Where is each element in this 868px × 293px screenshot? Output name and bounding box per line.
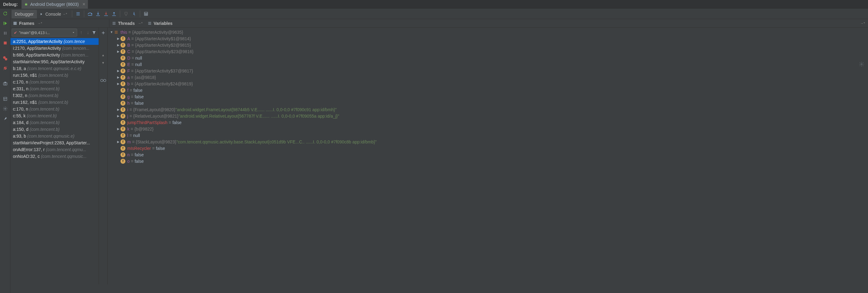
variable-row[interactable]: ff = false: [110, 87, 866, 93]
frame-row[interactable]: i:2170, AppStarterActivity(com.tencen...: [10, 45, 99, 52]
run-to-cursor-button[interactable]: I: [130, 10, 138, 18]
frame-row[interactable]: c:170, n(com.tencent.b): [10, 106, 99, 112]
variable-row[interactable]: ▶fA = {AppStarterActivity$1@9814}: [110, 35, 866, 42]
pin-indicator-icon: →*: [62, 12, 67, 16]
settings-icon[interactable]: [859, 61, 864, 67]
pin-icon[interactable]: [2, 116, 8, 122]
camera-icon[interactable]: [2, 80, 8, 87]
equals-sign: =: [132, 139, 135, 144]
tab-debugger[interactable]: Debugger: [12, 10, 37, 19]
force-step-into-button[interactable]: [102, 10, 110, 18]
mute-breakpoints-button[interactable]: [2, 65, 8, 71]
variable-row[interactable]: fl = null: [110, 132, 866, 138]
frame-row[interactable]: b:686, AppStarterActivity(com.tencen...: [10, 52, 99, 58]
variable-row[interactable]: ▶fk = {b@9822}: [110, 126, 866, 132]
rerun-button[interactable]: [2, 10, 8, 17]
next-frame-button[interactable]: ↓: [85, 30, 91, 35]
variable-name: jumpThirdPartSplash: [127, 120, 167, 125]
equals-sign: =: [131, 152, 133, 157]
field-icon: f: [121, 62, 125, 67]
variable-row[interactable]: fmIsRecycler = false: [110, 145, 866, 152]
frame-fn: onAdError:137, r: [13, 147, 45, 152]
frame-row[interactable]: onNoAD:32, c(com.tencent.qqmusic...: [10, 153, 99, 160]
svg-point-46: [103, 79, 106, 82]
resume-button[interactable]: [2, 20, 8, 26]
chevron-right-icon[interactable]: ▶: [116, 43, 121, 47]
frame-row[interactable]: run:156, n$1(com.tencent.b): [10, 72, 99, 78]
variable-row[interactable]: fg = false: [110, 93, 866, 100]
field-icon: f: [121, 159, 125, 164]
frame-pkg: (com.tencent.qqmusic...: [41, 154, 87, 159]
frame-row[interactable]: a:93, b(com.tencent.qqmusic.e): [10, 133, 99, 139]
svg-rect-37: [13, 23, 17, 23]
list-icon[interactable]: [74, 10, 82, 18]
variable-name: l: [127, 133, 128, 138]
chevron-right-icon[interactable]: ▶: [116, 127, 121, 131]
thread-selector[interactable]: ✔ "main"@9,413 i...: [12, 29, 77, 37]
stop-button[interactable]: [2, 40, 8, 46]
frame-row[interactable]: f:302, n(com.tencent.b): [10, 92, 99, 99]
step-over-button[interactable]: [86, 10, 94, 18]
svg-point-7: [5, 58, 7, 61]
chevron-right-icon[interactable]: ▶: [116, 108, 121, 111]
separator: [140, 10, 140, 17]
frame-row[interactable]: a:184, d(com.tencent.b): [10, 119, 99, 126]
chevron-right-icon[interactable]: ▶: [116, 37, 121, 40]
frame-row[interactable]: a:150, d(com.tencent.b): [10, 126, 99, 133]
variable-row[interactable]: ▶fj = {RelativeLayout@9821} "android.wid…: [110, 113, 866, 119]
frame-row[interactable]: onAdError:137, r(com.tencent.qqmu...: [10, 146, 99, 153]
frame-row[interactable]: startMainViewProject:2283, AppStarter...: [10, 139, 99, 146]
prev-frame-button[interactable]: ↑: [79, 30, 84, 35]
step-out-button[interactable]: [110, 10, 118, 18]
close-icon[interactable]: ×: [82, 2, 85, 7]
variable-row[interactable]: fo = false: [110, 158, 866, 164]
chevron-right-icon[interactable]: ▶: [116, 82, 121, 86]
chevron-right-icon[interactable]: ▶: [116, 50, 121, 53]
frames-header[interactable]: Frames →*: [10, 19, 110, 27]
layout-icon[interactable]: [2, 96, 8, 102]
add-watch-button[interactable]: ＋: [100, 30, 106, 36]
variable-value: {FrameLayout@9820}: [133, 107, 175, 112]
variable-row[interactable]: fE = null: [110, 61, 866, 68]
settings-icon[interactable]: [2, 106, 8, 112]
pause-button[interactable]: [2, 30, 8, 36]
chevron-right-icon[interactable]: ▶: [116, 75, 121, 79]
threads-header[interactable]: Threads →*: [110, 19, 145, 27]
frame-row[interactable]: startMainView:950, AppStarterActivity: [10, 58, 99, 65]
frame-row[interactable]: run:162, n$1(com.tencent.b): [10, 99, 99, 106]
variable-row[interactable]: fD = null: [110, 55, 866, 61]
variable-name: a: [127, 75, 130, 80]
frame-row[interactable]: c:55, k(com.tencent.b): [10, 112, 99, 119]
frame-pkg: (com.tencent.qqmusic.e): [27, 134, 74, 138]
chevron-right-icon[interactable]: ▶: [116, 114, 121, 118]
frame-row[interactable]: a:2251, AppStarterActivity(com.tence: [10, 38, 99, 45]
variable-row[interactable]: ▶fi = {FrameLayout@9820} "android.widget…: [110, 106, 866, 113]
frame-row[interactable]: b:18, a(com.tencent.qqmusic.e.c.e): [10, 65, 99, 72]
variable-row[interactable]: ▶fF = {AppStarterActivity$37@9817}: [110, 68, 866, 74]
variable-row[interactable]: fn = false: [110, 152, 866, 158]
scroll-down-icon: ▼: [100, 61, 106, 65]
chevron-down-icon[interactable]: ▼: [110, 30, 114, 34]
variable-row[interactable]: ▶fB = {AppStarterActivity$2@9815}: [110, 42, 866, 48]
glasses-icon[interactable]: [100, 77, 106, 84]
chevron-right-icon[interactable]: ▶: [116, 69, 121, 72]
variable-row[interactable]: ▼this = {AppStarterActivity@9635}: [110, 29, 866, 35]
variable-row[interactable]: ▶fb = {AppStarterActivity$24@9819}: [110, 80, 866, 87]
variable-row[interactable]: ▶fC = {AppStarterActivity$23@9816}: [110, 48, 866, 55]
run-config-tab[interactable]: Android Debugger (8603) ×: [22, 0, 88, 9]
filter-button[interactable]: [92, 30, 97, 35]
frame-row[interactable]: c:170, n(com.tencent.b): [10, 78, 99, 86]
drop-frame-button[interactable]: [122, 10, 130, 18]
variable-row[interactable]: ▶fa = {as@9818}: [110, 74, 866, 80]
chevron-right-icon[interactable]: ▶: [116, 140, 121, 143]
variable-row[interactable]: fh = false: [110, 100, 866, 106]
view-breakpoints-button[interactable]: [2, 55, 8, 61]
variable-row[interactable]: fjumpThirdPartSplash = false: [110, 119, 866, 126]
separator: [120, 10, 120, 17]
variable-row[interactable]: ▶fm = {StackLayout@9823} "com.tencent.qq…: [110, 138, 866, 145]
tab-console[interactable]: Console →*: [37, 10, 70, 19]
frame-row[interactable]: e:331, n(com.tencent.b): [10, 86, 99, 92]
step-into-button[interactable]: [94, 10, 102, 18]
evaluate-expression-button[interactable]: [142, 10, 150, 18]
variables-header[interactable]: Variables: [145, 19, 859, 27]
